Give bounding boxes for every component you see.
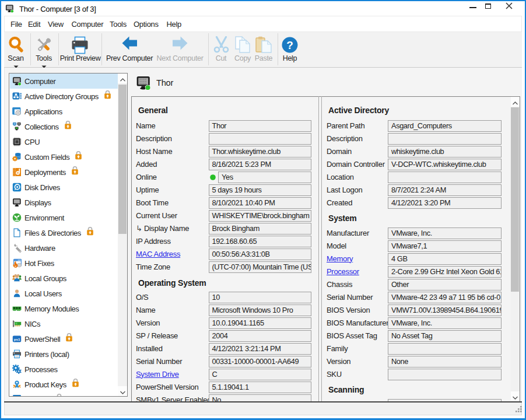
svg-text:?: ?	[286, 39, 293, 51]
svg-text:ps1: ps1	[14, 337, 20, 341]
